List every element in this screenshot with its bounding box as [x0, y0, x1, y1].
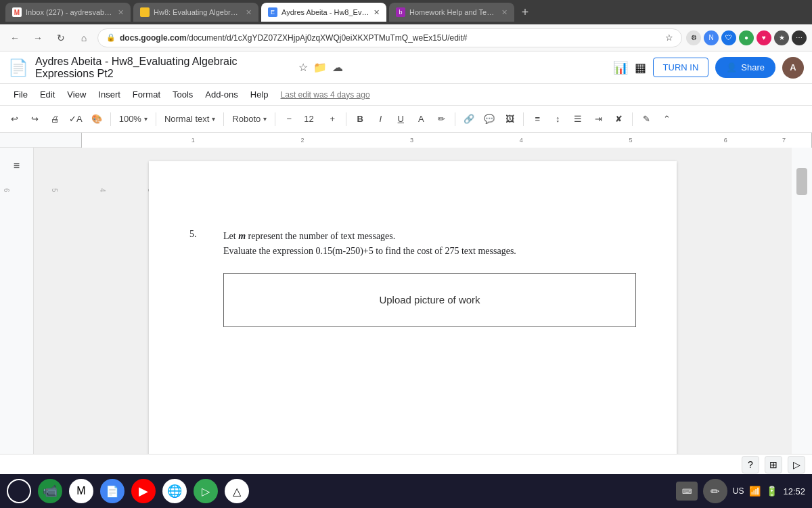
font-size-increase[interactable]: + [323, 110, 341, 129]
list-button[interactable]: ☰ [569, 110, 587, 129]
taskbar-play-icon[interactable]: ▷ [194, 479, 218, 503]
ruler-tick-6: 6 [724, 137, 727, 144]
indent-button[interactable]: ⇥ [589, 110, 607, 129]
taskbar-youtube-icon[interactable]: ▶ [131, 479, 156, 503]
zoom-select[interactable]: 100% ▾ [116, 110, 151, 128]
bottom-bar: ? ⊞ ▷ [0, 454, 812, 474]
expand-button[interactable]: ⌃ [658, 110, 675, 129]
forward-button[interactable]: → [28, 28, 47, 47]
menu-help[interactable]: Help [245, 87, 274, 102]
bookmark-icon[interactable]: ☆ [665, 33, 673, 43]
font-color-button[interactable]: A [412, 110, 430, 129]
grid-icon[interactable]: ▦ [635, 60, 646, 75]
ruler-tick-5: 5 [629, 137, 633, 144]
question-variable: m [238, 231, 246, 241]
cloud-icon[interactable]: ☁ [332, 61, 343, 74]
menu-file[interactable]: File [8, 87, 33, 102]
scrollbar-thumb[interactable] [796, 168, 807, 195]
hw8-tab-close[interactable]: ✕ [246, 8, 252, 17]
home-button[interactable]: ⌂ [74, 28, 93, 47]
menu-addons[interactable]: Add-ons [200, 87, 243, 102]
menu-insert[interactable]: Insert [93, 87, 126, 102]
ext-icon-1[interactable]: ⚙ [686, 30, 701, 45]
upload-picture-box[interactable]: Upload picture of work [223, 273, 636, 327]
font-size-select[interactable]: 12 [300, 110, 321, 128]
comment-button[interactable]: 💬 [480, 110, 498, 129]
last-edit-text[interactable]: Last edit was 4 days ago [281, 90, 370, 100]
taskbar-keyboard-icon[interactable]: ⌨ [676, 482, 698, 501]
zoom-chevron: ▾ [144, 115, 148, 123]
doc-scroll[interactable]: 5. Let m represent the number of text me… [34, 148, 792, 454]
gdoc-tab-close[interactable]: ✕ [374, 8, 380, 17]
turn-in-button[interactable]: TURN IN [653, 58, 709, 77]
line-spacing-button[interactable]: ↕ [549, 110, 566, 129]
toolbar-sep-1 [110, 112, 111, 126]
align-button[interactable]: ≡ [528, 110, 546, 129]
lock-icon: 🔒 [106, 33, 116, 42]
pencil-button[interactable]: ✎ [637, 110, 655, 129]
tab-hw-help[interactable]: b Homework Help and Textbook S ✕ [389, 3, 514, 22]
ruler-tick-2: 2 [300, 137, 304, 144]
ext-icon-6[interactable]: ★ [774, 30, 789, 45]
help-button[interactable]: ? [742, 456, 759, 473]
menu-view[interactable]: View [62, 87, 91, 102]
italic-button[interactable]: I [371, 110, 389, 129]
menu-bar: File Edit View Insert Format Tools Add-o… [0, 84, 812, 106]
menu-tools[interactable]: Tools [167, 87, 198, 102]
menu-format[interactable]: Format [127, 87, 166, 102]
ext-icon-3[interactable]: 🛡 [721, 30, 736, 45]
hw-help-tab-icon: b [396, 7, 405, 17]
expand-panel-button[interactable]: ⊞ [765, 456, 782, 473]
image-button[interactable]: 🖼 [501, 110, 518, 129]
ext-icon-4[interactable]: ● [739, 30, 754, 45]
taskbar-gmail-icon[interactable]: M [69, 479, 93, 503]
redo-button[interactable]: ↪ [26, 110, 43, 129]
toolbar-sep-7 [523, 112, 524, 126]
side-panel-button[interactable]: ▷ [788, 456, 805, 473]
star-icon[interactable]: ☆ [298, 61, 308, 74]
ext-icon-5[interactable]: ♥ [757, 30, 771, 45]
link-button[interactable]: 🔗 [460, 110, 478, 129]
paint-format-button[interactable]: 🎨 [88, 110, 106, 129]
ext-icon-7[interactable]: ⋯ [792, 30, 807, 45]
new-tab-button[interactable]: + [517, 5, 533, 20]
underline-button[interactable]: U [392, 110, 409, 129]
taskbar-meet-icon[interactable]: 📹 [38, 479, 62, 503]
style-select[interactable]: Normal text ▾ [161, 110, 219, 128]
taskbar-pencil-icon[interactable]: ✏ [703, 479, 727, 503]
tab-gmail[interactable]: M Inbox (227) - aydresvab@sfisonl ✕ [5, 3, 131, 22]
back-button[interactable]: ← [5, 28, 24, 47]
bookmark-sidebar-icon[interactable]: ≡ [14, 160, 20, 172]
print-button[interactable]: 🖨 [46, 110, 64, 129]
address-bar[interactable]: 🔒 docs.google.com/document/d/1cXgYDZ07ZX… [97, 28, 682, 47]
font-select[interactable]: Roboto ▾ [229, 110, 270, 128]
share-button[interactable]: 👤 Share [715, 57, 775, 78]
taskbar-chrome-icon[interactable]: 🌐 [162, 479, 187, 503]
taskbar-docs-icon[interactable]: 📄 [100, 479, 125, 503]
taskbar: 📹 M 📄 ▶ 🌐 ▷ △ ⌨ ✏ US 📶 🔋 12:52 [0, 474, 812, 508]
gmail-tab-close[interactable]: ✕ [118, 8, 124, 17]
ext-icon-2[interactable]: N [704, 30, 719, 45]
bold-button[interactable]: B [351, 110, 369, 129]
tab-gdoc[interactable]: E Aydres Abeita - Hw8_Evaluating ✕ [261, 3, 386, 22]
tab-hw8[interactable]: Hw8: Evaluating Algebraic Expre ✕ [133, 3, 258, 22]
move-icon[interactable]: 📁 [313, 61, 327, 74]
font-size-decrease[interactable]: − [280, 110, 298, 129]
avatar[interactable]: A [782, 57, 804, 79]
refresh-button[interactable]: ↻ [51, 28, 70, 47]
undo-button[interactable]: ↩ [5, 110, 23, 129]
question-line1-prefix: Let [223, 231, 238, 241]
gmail-tab-label: Inbox (227) - aydresvab@sfisonl [26, 8, 114, 16]
wifi-icon: 📶 [749, 486, 761, 496]
analytics-icon[interactable]: 📊 [613, 60, 628, 75]
format-clear-button[interactable]: ✘ [610, 110, 627, 129]
document-title[interactable]: Aydres Abeita - Hw8_Evaluating Algebraic… [35, 56, 292, 80]
locale-indicator[interactable]: US [733, 486, 744, 496]
highlight-button[interactable]: ✏ [432, 110, 450, 129]
taskbar-circle-button[interactable] [7, 479, 31, 503]
menu-edit[interactable]: Edit [35, 87, 60, 102]
spellcheck-button[interactable]: ✓A [66, 110, 85, 129]
hw-help-tab-close[interactable]: ✕ [501, 8, 508, 17]
taskbar-drive-icon[interactable]: △ [225, 479, 249, 503]
question-content: Let m represent the number of text messa… [223, 229, 636, 327]
